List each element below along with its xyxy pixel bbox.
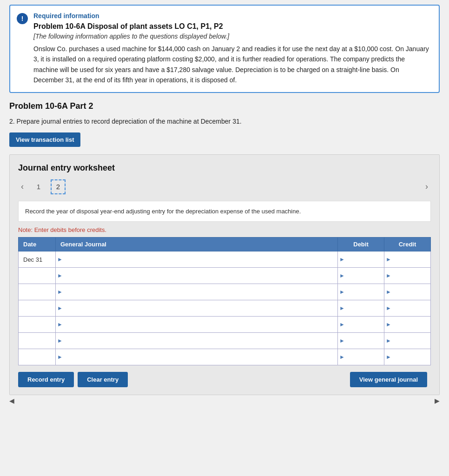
scroll-left-arrow[interactable]: ◀ [9,397,14,404]
page-2[interactable]: 2 [51,179,66,194]
table-row: ► ► ► [19,300,431,317]
gj-input-1[interactable] [64,251,337,267]
credit-cell-5[interactable]: ► [384,317,431,333]
date-cell-4 [19,300,56,317]
credit-cell-6[interactable]: ► [384,333,431,349]
col-header-date: Date [19,238,56,251]
credit-input-2[interactable] [393,268,430,284]
info-body-text: Onslow Co. purchases a used machine for … [33,44,430,86]
note-card: Record the year of disposal year-end adj… [18,201,431,222]
credit-arrow-1: ► [384,256,393,263]
scroll-right-arrow[interactable]: ▶ [435,397,440,404]
gj-cell-2[interactable]: ► [56,268,338,284]
credit-cell-4[interactable]: ► [384,300,431,317]
credit-cell-2[interactable]: ► [384,268,431,284]
clear-entry-button[interactable]: Clear entry [78,372,128,387]
date-cell-5 [19,317,56,333]
debit-cell-3[interactable]: ► [338,284,384,300]
scroll-hint: ◀ ▶ [9,397,440,404]
debit-arrow-5: ► [338,321,346,328]
debit-input-3[interactable] [346,284,384,300]
debit-input-5[interactable] [346,317,384,332]
gj-cell-7[interactable]: ► [56,349,338,365]
gj-cell-5[interactable]: ► [56,317,338,333]
debit-cell-6[interactable]: ► [338,333,384,349]
gj-arrow-7: ► [56,354,64,360]
gj-cell-1[interactable]: ► [56,251,338,268]
gj-input-3[interactable] [64,284,337,300]
debit-cell-7[interactable]: ► [338,349,384,365]
table-row: ► ► ► [19,268,431,284]
credit-input-3[interactable] [393,284,430,300]
col-header-gj: General Journal [56,238,338,251]
view-general-journal-button[interactable]: View general journal [350,372,427,387]
gj-input-2[interactable] [64,268,337,284]
date-cell-1: Dec 31 [19,251,56,268]
credit-input-7[interactable] [393,349,430,365]
debit-arrow-7: ► [338,354,346,360]
journal-table: Date General Journal Debit Credit Dec 31… [18,237,431,365]
debit-arrow-6: ► [338,337,346,344]
table-row: ► ► ► [19,349,431,365]
col-header-debit: Debit [338,238,384,251]
table-row: ► ► ► [19,284,431,300]
view-transaction-button[interactable]: View transaction list [9,132,80,147]
prev-page-button[interactable]: ‹ [18,181,26,192]
date-cell-7 [19,349,56,365]
problem-title: Problem 10-6A Disposal of plant assets L… [33,22,430,31]
credit-input-1[interactable] [393,251,430,267]
gj-arrow-5: ► [56,321,64,328]
debit-input-4[interactable] [346,300,384,316]
debit-arrow-1: ► [338,256,346,263]
table-row: Dec 31 ► ► [19,251,431,268]
credit-arrow-2: ► [384,272,393,279]
note-card-text: Record the year of disposal year-end adj… [25,208,301,215]
debit-cell-5[interactable]: ► [338,317,384,333]
record-entry-button[interactable]: Record entry [18,372,74,387]
gj-input-5[interactable] [64,317,337,332]
credit-input-6[interactable] [393,333,430,349]
debit-input-2[interactable] [346,268,384,284]
info-box: ! Required information Problem 10-6A Dis… [9,5,440,93]
question-text: 2. Prepare journal entries to record dep… [9,118,440,125]
gj-input-4[interactable] [64,300,337,316]
note-warning: Note: Enter debits before credits. [18,226,431,233]
gj-input-6[interactable] [64,333,337,349]
part-header: Problem 10-6A Part 2 [9,101,440,111]
page-1[interactable]: 1 [31,179,46,194]
debit-arrow-2: ► [338,272,346,279]
credit-arrow-4: ► [384,305,393,311]
info-icon: ! [17,13,28,24]
credit-arrow-6: ► [384,337,393,344]
date-cell-6 [19,333,56,349]
worksheet-title: Journal entry worksheet [18,163,431,173]
date-cell-2 [19,268,56,284]
info-content: Required information Problem 10-6A Dispo… [33,12,430,86]
next-page-button[interactable]: › [423,181,431,192]
gj-input-7[interactable] [64,349,337,365]
debit-cell-1[interactable]: ► [338,251,384,268]
debit-cell-4[interactable]: ► [338,300,384,317]
gj-cell-4[interactable]: ► [56,300,338,317]
bottom-buttons: Record entry Clear entry View general jo… [18,372,431,387]
debit-cell-2[interactable]: ► [338,268,384,284]
debit-input-7[interactable] [346,349,384,365]
credit-input-4[interactable] [393,300,430,316]
credit-cell-7[interactable]: ► [384,349,431,365]
credit-cell-1[interactable]: ► [384,251,431,268]
debit-input-6[interactable] [346,333,384,349]
debit-arrow-4: ► [338,305,346,311]
credit-arrow-5: ► [384,321,393,328]
gj-cell-6[interactable]: ► [56,333,338,349]
worksheet-container: Journal entry worksheet ‹ 1 2 › Record t… [9,154,440,396]
credit-cell-3[interactable]: ► [384,284,431,300]
applies-note: [The following information applies to th… [33,33,430,40]
credit-input-5[interactable] [393,317,430,332]
date-cell-3 [19,284,56,300]
gj-cell-3[interactable]: ► [56,284,338,300]
required-label: Required information [33,12,430,20]
table-row: ► ► ► [19,333,431,349]
debit-input-1[interactable] [346,251,384,267]
table-row: ► ► ► [19,317,431,333]
gj-arrow-3: ► [56,289,64,295]
